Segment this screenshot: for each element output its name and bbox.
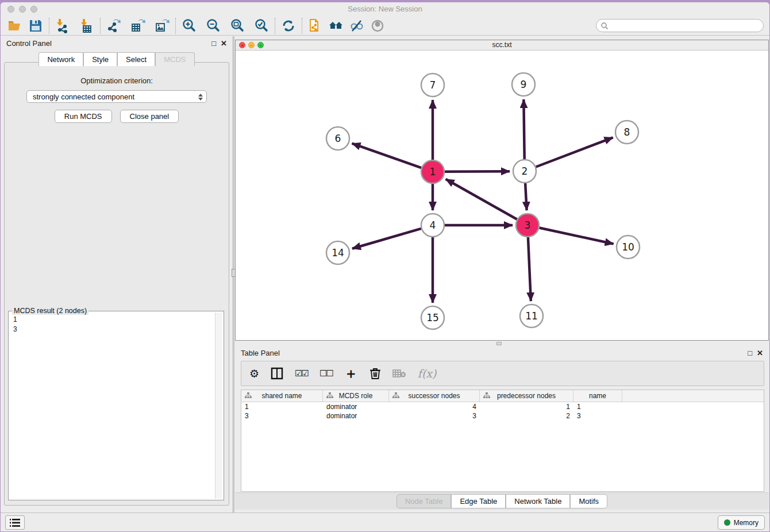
- svg-text:2: 2: [522, 165, 528, 177]
- graph-node-7[interactable]: 7: [421, 74, 444, 97]
- cybrowser-home-icon[interactable]: [328, 18, 345, 34]
- search-input[interactable]: [609, 21, 763, 31]
- close-panel-button[interactable]: Close panel: [120, 110, 179, 123]
- column-header-shared-name[interactable]: shared name: [241, 390, 323, 402]
- zoom-in-icon[interactable]: [180, 18, 198, 34]
- tab-motifs[interactable]: Motifs: [570, 494, 607, 508]
- graph-node-4[interactable]: 4: [421, 214, 444, 237]
- main-toolbar: [1, 16, 769, 36]
- column-header-predecessor-nodes[interactable]: predecessor nodes: [480, 390, 573, 402]
- open-file-icon[interactable]: [6, 18, 24, 34]
- graph-edge-2-9[interactable]: [523, 99, 524, 159]
- tab-node-table[interactable]: Node Table: [396, 494, 452, 508]
- graph-edge-2-3[interactable]: [525, 183, 527, 210]
- function-builder-icon: f(x): [418, 367, 437, 380]
- search-field[interactable]: [596, 19, 764, 32]
- export-image-icon[interactable]: [153, 18, 171, 34]
- refresh-layout-icon[interactable]: [280, 18, 297, 34]
- network-minimize-icon[interactable]: −: [248, 42, 255, 48]
- column-settings-icon[interactable]: ⚙: [249, 367, 259, 380]
- window-title: Session: New Session: [1, 2, 769, 16]
- graph-edge-2-8[interactable]: [536, 137, 613, 167]
- optimization-criterion-dropdown[interactable]: strongly connected component: [26, 90, 207, 103]
- close-table-panel-icon[interactable]: ✕: [757, 349, 763, 357]
- table-row[interactable]: 1 dominator 4 1 1: [241, 402, 764, 411]
- mcds-result-box: MCDS result (2 nodes) 1 3: [8, 311, 224, 500]
- cell-mcds-role[interactable]: dominator: [323, 402, 389, 411]
- clone-network-icon[interactable]: [307, 18, 324, 34]
- import-table-icon[interactable]: [78, 18, 95, 34]
- select-all-icon[interactable]: ☑☑: [295, 368, 308, 379]
- minimize-window-button[interactable]: [19, 6, 26, 13]
- toolbar-separator: [49, 18, 49, 34]
- tab-edge-table[interactable]: Edge Table: [451, 494, 506, 508]
- run-mcds-button[interactable]: Run MCDS: [55, 110, 112, 123]
- cell-predecessor-nodes[interactable]: 2: [480, 411, 573, 421]
- graph-node-15[interactable]: 15: [421, 306, 444, 329]
- graph-edge-3-10[interactable]: [540, 228, 614, 244]
- cell-name[interactable]: 1: [573, 402, 622, 411]
- graph-canvas[interactable]: 7968124314101511: [236, 51, 769, 340]
- graph-node-2[interactable]: 2: [513, 160, 536, 183]
- tab-mcds[interactable]: MCDS: [155, 52, 194, 66]
- tab-network-table[interactable]: Network Table: [506, 494, 570, 508]
- result-line[interactable]: 1: [13, 315, 214, 325]
- table-row[interactable]: 3 dominator 3 2 3: [241, 411, 764, 421]
- tab-network[interactable]: Network: [38, 52, 83, 66]
- float-table-panel-icon[interactable]: □: [748, 349, 752, 357]
- graph-node-8[interactable]: 8: [615, 121, 638, 144]
- save-session-icon[interactable]: [27, 18, 44, 34]
- graph-edge-3-1[interactable]: [446, 179, 517, 219]
- control-panel-tabs: Network Style Select MCDS: [1, 52, 233, 66]
- zoom-window-button[interactable]: [30, 6, 37, 13]
- graph-node-1[interactable]: 1: [421, 160, 444, 183]
- graph-node-11[interactable]: 11: [520, 304, 543, 327]
- horizontal-splitter-handle[interactable]: [496, 342, 502, 345]
- cell-shared-name[interactable]: 1: [241, 402, 323, 411]
- graph-edge-1-6[interactable]: [352, 144, 422, 168]
- graph-edge-3-11[interactable]: [528, 237, 531, 301]
- network-maximize-icon[interactable]: +: [257, 42, 264, 48]
- hide-glasses-icon[interactable]: [348, 18, 365, 34]
- network-window-titlebar[interactable]: ✕ − + scc.txt: [236, 40, 768, 51]
- network-close-icon[interactable]: ✕: [239, 42, 245, 48]
- deselect-all-icon[interactable]: ☐☐: [319, 368, 333, 379]
- result-line[interactable]: 3: [13, 325, 214, 334]
- tab-style[interactable]: Style: [83, 52, 117, 66]
- graph-node-6[interactable]: 6: [326, 127, 349, 150]
- column-header-mcds-role[interactable]: MCDS role: [323, 390, 389, 402]
- graph-edge-4-14[interactable]: [352, 229, 421, 249]
- column-header-name[interactable]: name: [573, 390, 622, 402]
- cell-shared-name[interactable]: 3: [241, 411, 323, 421]
- cell-name[interactable]: 3: [573, 411, 622, 421]
- svg-text:11: 11: [525, 310, 538, 322]
- close-window-button[interactable]: [7, 6, 14, 13]
- graph-node-10[interactable]: 10: [617, 236, 640, 259]
- zoom-selected-icon[interactable]: [253, 18, 270, 34]
- cell-predecessor-nodes[interactable]: 1: [480, 402, 573, 411]
- zoom-out-icon[interactable]: [205, 18, 222, 34]
- zoom-fit-icon[interactable]: [229, 18, 246, 34]
- cell-successor-nodes[interactable]: 3: [389, 411, 480, 421]
- split-view-icon[interactable]: [271, 367, 283, 380]
- graph-node-3[interactable]: 3: [516, 214, 539, 237]
- column-header-successor-nodes[interactable]: successor nodes: [389, 390, 480, 402]
- list-icon: [10, 519, 20, 527]
- export-table-icon[interactable]: [129, 18, 147, 34]
- graph-node-14[interactable]: 14: [326, 241, 349, 264]
- result-scrollbar[interactable]: [215, 313, 222, 499]
- cell-mcds-role[interactable]: dominator: [323, 411, 389, 421]
- task-history-button[interactable]: [5, 515, 25, 530]
- export-network-icon[interactable]: [105, 18, 122, 34]
- tab-select[interactable]: Select: [117, 52, 155, 66]
- graph-edge-1-2[interactable]: [445, 171, 510, 172]
- add-row-icon[interactable]: ＋: [344, 364, 358, 383]
- import-network-icon[interactable]: [54, 18, 71, 34]
- graph-node-9[interactable]: 9: [512, 73, 535, 96]
- mcds-result-list[interactable]: 1 3: [13, 315, 214, 499]
- cell-successor-nodes[interactable]: 4: [389, 402, 480, 411]
- delete-table-icon[interactable]: [369, 367, 381, 380]
- memory-button[interactable]: Memory: [718, 515, 765, 530]
- close-panel-icon[interactable]: ✕: [221, 40, 227, 47]
- float-panel-icon[interactable]: □: [211, 40, 216, 47]
